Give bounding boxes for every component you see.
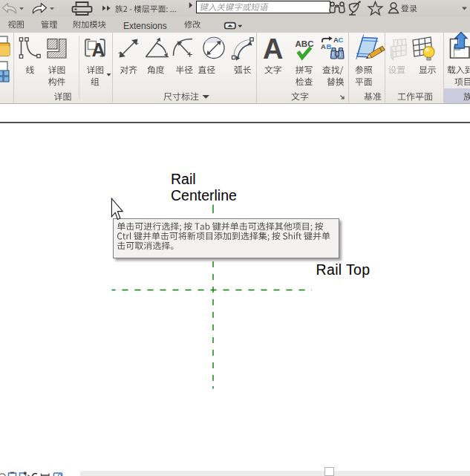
svg-text:A: A (263, 33, 283, 65)
svg-text:A: A (92, 39, 105, 60)
svg-text:A: A (321, 42, 326, 50)
svg-text:B: B (327, 42, 332, 50)
svg-text:C: C (339, 36, 344, 44)
svg-text:ABC: ABC (296, 39, 314, 48)
